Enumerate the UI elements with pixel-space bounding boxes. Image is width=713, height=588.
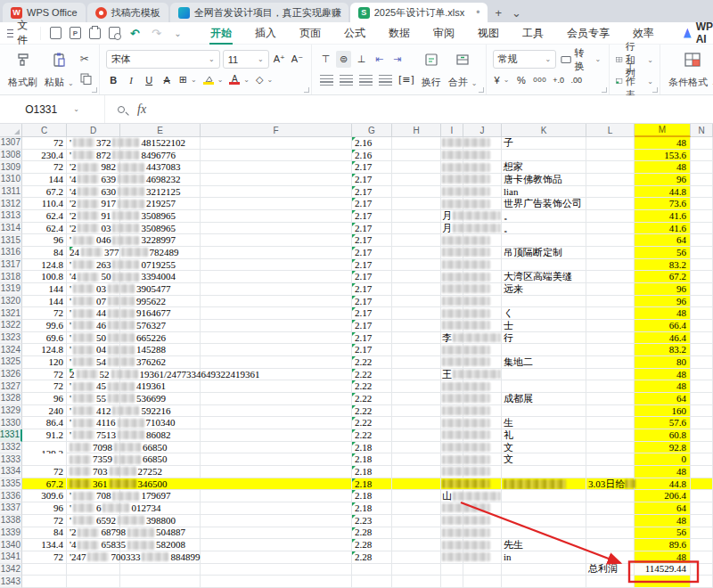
cell-g[interactable]: 2.17 bbox=[352, 174, 392, 186]
row-header-1311[interactable]: 1311 bbox=[0, 186, 22, 199]
row-header-1336[interactable]: 1336 bbox=[0, 490, 22, 502]
cell-m[interactable]: 0 bbox=[635, 453, 691, 466]
cell-def[interactable]: '54376262 bbox=[67, 356, 352, 369]
cell-n[interactable] bbox=[691, 271, 713, 283]
cell-m[interactable]: 48 bbox=[635, 380, 691, 393]
cell-g[interactable]: 2.28 bbox=[352, 539, 392, 551]
cell-c[interactable]: 72 bbox=[22, 369, 67, 381]
cell-k[interactable]: 成都展 bbox=[502, 393, 586, 405]
row-header-1318[interactable]: 1318 bbox=[0, 271, 22, 283]
cell-k[interactable] bbox=[502, 369, 586, 381]
cell-def[interactable]: '708179697 bbox=[67, 490, 352, 502]
cell-m[interactable]: 96 bbox=[635, 174, 691, 186]
column-header-J[interactable]: J bbox=[463, 124, 502, 137]
cell-def[interactable]: '2913508965 bbox=[67, 210, 352, 223]
cell-l[interactable] bbox=[586, 307, 635, 320]
cell-l[interactable] bbox=[586, 429, 635, 442]
cell-c[interactable]: 240 bbox=[22, 405, 67, 418]
cell-n[interactable] bbox=[691, 137, 713, 150]
decrease-indent-icon[interactable]: ⇤ bbox=[372, 51, 387, 68]
cell-n[interactable] bbox=[691, 234, 713, 247]
cell-g[interactable]: 2.17 bbox=[352, 271, 392, 283]
cell-l[interactable] bbox=[586, 539, 635, 551]
cell-ij[interactable] bbox=[441, 296, 502, 308]
cell-g[interactable]: 2.17 bbox=[352, 307, 392, 320]
currency-button[interactable]: ¥⌄ bbox=[493, 71, 512, 88]
cell-h[interactable] bbox=[392, 551, 441, 564]
cell-h[interactable] bbox=[392, 429, 441, 442]
cell-l[interactable] bbox=[586, 453, 635, 466]
cell-n[interactable] bbox=[691, 429, 713, 442]
cell-def[interactable]: '04145288 bbox=[67, 344, 352, 356]
ribbon-tab-data[interactable]: 数据 bbox=[377, 22, 422, 45]
cell-def[interactable]: '46303212125 bbox=[67, 186, 352, 199]
insert-function-icon[interactable]: fx bbox=[137, 102, 146, 117]
cell-k[interactable] bbox=[502, 296, 586, 308]
cell-h[interactable] bbox=[392, 356, 441, 369]
row-header-1330[interactable]: 1330 bbox=[0, 417, 22, 429]
row-header-1317[interactable]: 1317 bbox=[0, 259, 22, 272]
cell-g[interactable]: 2.17 bbox=[352, 186, 392, 199]
cell-k[interactable]: 文 bbox=[502, 453, 586, 466]
row-header-1329[interactable]: 1329 bbox=[0, 405, 22, 418]
cell-g[interactable]: 2.17 bbox=[352, 223, 392, 235]
ribbon-tab-review[interactable]: 审阅 bbox=[422, 22, 466, 45]
new-tab-button[interactable]: + bbox=[489, 4, 507, 21]
cell-h[interactable] bbox=[392, 137, 441, 150]
cell-k[interactable] bbox=[502, 478, 586, 491]
align-top-icon[interactable]: ⊤ bbox=[318, 51, 333, 68]
cell-h[interactable] bbox=[392, 515, 441, 527]
row-header-1321[interactable]: 1321 bbox=[0, 307, 22, 320]
cell-n[interactable] bbox=[691, 417, 713, 429]
cell-k[interactable]: 唐卡佛教饰品 bbox=[502, 174, 586, 186]
cell-l[interactable] bbox=[586, 283, 635, 296]
cell-k[interactable]: 集地二 bbox=[502, 356, 586, 369]
cell-c[interactable]: 230.4 bbox=[22, 150, 67, 162]
cell-n[interactable] bbox=[691, 283, 713, 296]
cell-l[interactable] bbox=[586, 417, 635, 429]
cell-n[interactable] bbox=[691, 259, 713, 272]
cell-k[interactable]: 文 bbox=[502, 442, 586, 454]
row-header-1334[interactable]: 1334 bbox=[0, 466, 22, 478]
cell-def[interactable]: '2917219257 bbox=[67, 198, 352, 210]
cell-m[interactable]: 48 bbox=[635, 551, 691, 564]
cell-m[interactable]: 48 bbox=[635, 137, 691, 150]
cell-ij[interactable]: 月 bbox=[441, 223, 502, 235]
column-header-D[interactable]: D bbox=[67, 124, 120, 137]
tab-ad-page[interactable]: 全网首发设计项目，真正实现趣赚 bbox=[170, 3, 348, 22]
cell-c[interactable]: 86.4 bbox=[22, 417, 67, 429]
cell-n[interactable] bbox=[691, 539, 713, 551]
cell-c[interactable]: 309.6 bbox=[22, 490, 67, 502]
cell-m[interactable]: 48 bbox=[635, 369, 691, 381]
cell-k[interactable]: く bbox=[502, 307, 586, 320]
cell-l[interactable] bbox=[586, 442, 635, 454]
cell-g[interactable]: 2.17 bbox=[352, 332, 392, 345]
cell-l[interactable] bbox=[586, 490, 635, 502]
cell-h[interactable] bbox=[392, 539, 441, 551]
cell-def[interactable]: '45419361 bbox=[67, 380, 352, 393]
cell-h[interactable] bbox=[392, 210, 441, 223]
cell-g[interactable]: 2.22 bbox=[352, 393, 392, 405]
cell-l[interactable] bbox=[586, 234, 635, 247]
cell-l[interactable] bbox=[586, 259, 635, 272]
cell-k[interactable] bbox=[502, 515, 586, 527]
row-header-1316[interactable]: 1316 bbox=[0, 247, 22, 259]
row-header-1332[interactable]: 1332 bbox=[0, 442, 22, 454]
cell-l[interactable] bbox=[586, 296, 635, 308]
cell-n[interactable] bbox=[691, 210, 713, 223]
cell-ij[interactable] bbox=[441, 150, 502, 162]
cell-m[interactable]: 41.6 bbox=[635, 223, 691, 235]
cell-n[interactable] bbox=[691, 296, 713, 308]
cell-h[interactable] bbox=[392, 307, 441, 320]
cell-def[interactable]: '2033508965 bbox=[67, 223, 352, 235]
cell-def[interactable]: '2630719255 bbox=[67, 259, 352, 272]
cell-c[interactable]: 91.2 bbox=[22, 429, 67, 442]
cell-m[interactable]: 64 bbox=[635, 393, 691, 405]
cell-m[interactable]: 92.8 bbox=[635, 442, 691, 454]
cell-def[interactable] bbox=[67, 564, 352, 576]
name-box[interactable]: O1331 ⌄ bbox=[0, 95, 105, 123]
cell-m[interactable]: 56 bbox=[635, 247, 691, 259]
cell-m[interactable]: 96 bbox=[635, 296, 691, 308]
cell-h[interactable] bbox=[392, 259, 441, 272]
fill-color-button[interactable]: ⌄ bbox=[201, 71, 225, 88]
